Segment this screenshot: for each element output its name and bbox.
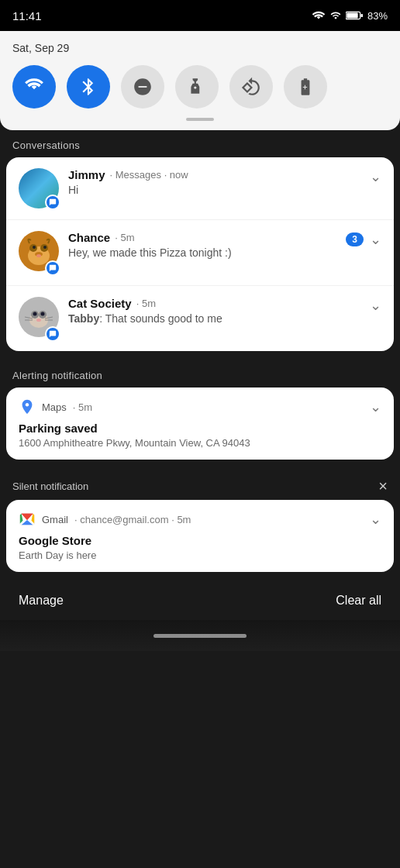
gmail-notif-header: Gmail · chance@gmail.com · 5m ⌄ [19, 511, 381, 528]
cat-society-header: Cat Society · 5m [68, 297, 364, 310]
home-indicator [153, 634, 247, 638]
chance-badge-inner [47, 262, 59, 274]
toggle-row [12, 65, 388, 108]
jimmy-avatar-wrap [19, 168, 59, 208]
messages-badge-icon [49, 198, 57, 206]
wifi-toggle-icon [24, 77, 44, 97]
chance-actions: 3 ⌄ [346, 231, 381, 248]
chance-header: Chance · 5m [68, 231, 340, 244]
clear-all-button[interactable]: Clear all [336, 594, 381, 608]
svg-rect-1 [360, 14, 363, 17]
jimmy-name: Jimmy [68, 168, 105, 181]
gmail-notif-title: Google Store [19, 534, 381, 547]
status-bar: 11:41 83% [0, 0, 400, 31]
gmail-icon [19, 511, 36, 528]
conversation-jimmy[interactable]: Jimmy · Messages · now Hi ⌄ [6, 157, 394, 220]
drag-handle [186, 118, 214, 121]
svg-point-15 [33, 312, 37, 316]
conversation-chance[interactable]: Chance · 5m Hey, we made this Pizza toni… [6, 220, 394, 286]
chance-message: Hey, we made this Pizza tonight :) [68, 246, 340, 259]
alerting-section: Alerting notification Maps · 5m ⌄ Parkin… [0, 360, 400, 460]
conversation-cat-society[interactable]: Cat Society · 5m Tabby: That sounds good… [6, 286, 394, 351]
cat-society-content: Cat Society · 5m Tabby: That sounds good… [68, 297, 364, 325]
maps-app-name: Maps [42, 401, 67, 413]
alerting-card: Maps · 5m ⌄ Parking saved 1600 Amphithea… [6, 388, 394, 460]
chance-app-badge [45, 260, 60, 276]
flashlight-toggle[interactable] [175, 65, 219, 108]
jimmy-app-badge [45, 195, 60, 210]
maps-notif-time: · 5m [73, 401, 92, 413]
maps-app-row: Maps · 5m [19, 398, 92, 415]
bluetooth-toggle[interactable] [67, 65, 110, 108]
battery-saver-toggle[interactable] [284, 65, 327, 108]
jimmy-chevron-icon[interactable]: ⌄ [370, 168, 381, 185]
silent-label: Silent notification [12, 480, 88, 492]
bottom-bar: Manage Clear all [0, 581, 400, 620]
maps-notification[interactable]: Maps · 5m ⌄ Parking saved 1600 Amphithea… [6, 388, 394, 460]
signal-status-icon [330, 10, 341, 21]
jimmy-meta: · Messages · now [110, 169, 188, 181]
gmail-app-name: Gmail [42, 514, 68, 525]
silent-card: Gmail · chance@gmail.com · 5m ⌄ Google S… [6, 500, 394, 572]
bluetooth-toggle-icon [78, 77, 98, 97]
cat-society-sender: Tabby [68, 312, 99, 325]
jimmy-content: Jimmy · Messages · now Hi [68, 168, 364, 196]
svg-point-7 [33, 246, 36, 249]
battery-status-icon [346, 11, 363, 20]
gmail-app-row: Gmail · chance@gmail.com · 5m [19, 511, 191, 528]
quick-settings-panel: Sat, Sep 29 [0, 31, 400, 130]
chance-chevron-icon[interactable]: ⌄ [370, 231, 381, 248]
maps-notif-body: 1600 Amphitheatre Pkwy, Mountain View, C… [19, 437, 381, 449]
cat-avatar-wrap [19, 297, 59, 340]
dnd-toggle[interactable] [121, 65, 164, 108]
jimmy-header: Jimmy · Messages · now [68, 168, 364, 181]
status-time: 11:41 [12, 9, 42, 22]
rotation-toggle-icon [241, 77, 261, 97]
svg-point-8 [43, 246, 47, 249]
cat-badge-inner [47, 328, 59, 340]
chance-name: Chance [68, 231, 110, 244]
battery-percent: 83% [367, 10, 388, 22]
cat-society-actions: ⌄ [370, 297, 381, 314]
gmail-chevron-icon[interactable]: ⌄ [370, 511, 381, 528]
jimmy-message: Hi [68, 184, 364, 196]
chance-content: Chance · 5m Hey, we made this Pizza toni… [68, 231, 340, 259]
rotation-toggle[interactable] [229, 65, 273, 108]
maps-chevron-icon[interactable]: ⌄ [370, 398, 381, 415]
home-indicator-area [0, 620, 400, 651]
cat-society-message: Tabby: That sounds good to me [68, 312, 364, 325]
gmail-notification[interactable]: Gmail · chance@gmail.com · 5m ⌄ Google S… [6, 500, 394, 572]
jimmy-badge-inner [47, 196, 59, 208]
battery-saver-toggle-icon [295, 77, 316, 97]
chance-avatar-wrap [19, 231, 59, 274]
cat-society-msg-text: That sounds good to me [105, 312, 222, 325]
chance-unread-badge: 3 [346, 232, 364, 246]
status-icons: 83% [312, 10, 388, 22]
silent-section: Silent notification × Gmail · chance@g [0, 469, 400, 572]
silent-label-row: Silent notification × [0, 469, 400, 500]
svg-point-17 [36, 319, 41, 322]
svg-point-10 [36, 254, 41, 257]
conversations-card: Jimmy · Messages · now Hi ⌄ [6, 157, 394, 351]
cat-society-name: Cat Society [68, 297, 132, 310]
maps-notif-header: Maps · 5m ⌄ [19, 398, 381, 415]
alerting-label: Alerting notification [0, 360, 400, 388]
conversations-label: Conversations [0, 130, 400, 157]
silent-close-button[interactable]: × [378, 478, 388, 494]
jimmy-actions: ⌄ [370, 168, 381, 185]
gmail-email: · chance@gmail.com · 5m [74, 514, 191, 525]
cat-society-meta: · 5m [136, 298, 156, 309]
cat-society-chevron-icon[interactable]: ⌄ [370, 297, 381, 314]
flashlight-toggle-icon [187, 77, 207, 97]
chance-meta: · 5m [115, 232, 134, 243]
maps-pin-icon [19, 398, 36, 415]
maps-notif-title: Parking saved [19, 422, 381, 435]
gmail-notif-body: Earth Day is here [19, 549, 381, 561]
date-display: Sat, Sep 29 [12, 42, 388, 54]
svg-point-16 [41, 312, 45, 316]
wifi-toggle[interactable] [12, 65, 56, 108]
messages-badge-icon-3 [49, 330, 57, 338]
messages-badge-icon-2 [49, 264, 57, 272]
dnd-toggle-icon [133, 77, 153, 97]
manage-button[interactable]: Manage [19, 594, 64, 608]
